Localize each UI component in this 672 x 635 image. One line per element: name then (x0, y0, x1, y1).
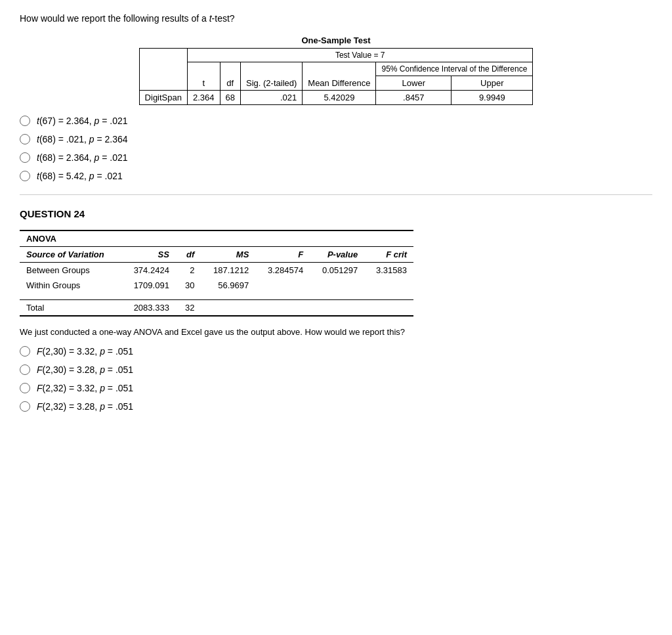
one-sample-test-section: One-Sample Test Test Value = 7 t df Sig.… (20, 35, 652, 105)
anova-col-ss: SS (121, 247, 176, 263)
section-divider (20, 194, 652, 195)
total-pvalue (310, 299, 364, 316)
q23-option-d-label: t(68) = 5.42, p = .021 (37, 171, 123, 181)
anova-col-fcrit: F crit (364, 247, 413, 263)
total-df: 32 (176, 299, 201, 316)
anova-title-cell: ANOVA (20, 230, 121, 247)
q23-options: t(67) = 2.364, p = .021 t(68) = .021, p … (20, 116, 652, 181)
q24-options: F(2,30) = 3.32, p = .051 F(2,30) = 3.28,… (20, 346, 652, 412)
upper-value: 9.9949 (452, 91, 533, 105)
anova-title-empty5 (310, 230, 364, 247)
q23-option-d[interactable]: t(68) = 5.42, p = .021 (20, 171, 652, 181)
between-label: Between Groups (20, 263, 121, 278)
between-pvalue: 0.051297 (310, 263, 364, 278)
col-ci-header: 95% Confidence Interval of the Differenc… (376, 62, 533, 76)
q23-option-b[interactable]: t(68) = .021, p = 2.364 (20, 134, 652, 144)
col-lower-header: Lower (376, 76, 452, 91)
q24-option-a[interactable]: F(2,30) = 3.32, p = .051 (20, 346, 652, 357)
within-f (255, 278, 310, 293)
q24-option-a-label: F(2,30) = 3.32, p = .051 (37, 346, 133, 357)
radio-q23c[interactable] (20, 152, 30, 163)
radio-q24b[interactable] (20, 364, 30, 375)
mean-diff-value: 5.42029 (303, 91, 376, 105)
q23-option-b-label: t(68) = .021, p = 2.364 (37, 134, 128, 144)
intro-text-after: -test? (212, 13, 235, 24)
between-f: 3.284574 (255, 263, 310, 278)
q23-option-c-label: t(68) = 2.364, p = .021 (37, 152, 128, 163)
radio-q23a[interactable] (20, 116, 30, 126)
q24-header: QUESTION 24 (20, 208, 652, 219)
anova-spacer-row (20, 293, 413, 299)
total-ss: 2083.333 (121, 299, 176, 316)
anova-col-ms: MS (201, 247, 255, 263)
intro-text-before: How would we report the following result… (20, 13, 209, 24)
col-sig-header: Sig. (2-tailed) (241, 62, 303, 91)
q23-option-a[interactable]: t(67) = 2.364, p = .021 (20, 116, 652, 126)
anova-title-empty2 (176, 230, 201, 247)
t-value: 2.364 (187, 91, 220, 105)
anova-spacer (20, 293, 413, 299)
anova-col-header-row: Source of Variation SS df MS F P-value F… (20, 247, 413, 263)
between-ms: 187.1212 (201, 263, 255, 278)
anova-within-row: Within Groups 1709.091 30 56.9697 (20, 278, 413, 293)
radio-q24a[interactable] (20, 346, 30, 357)
total-ms (201, 299, 255, 316)
anova-title-empty1 (121, 230, 176, 247)
within-ss: 1709.091 (121, 278, 176, 293)
anova-col-pvalue: P-value (310, 247, 364, 263)
anova-col-df: df (176, 247, 201, 263)
q23-option-c[interactable]: t(68) = 2.364, p = .021 (20, 152, 652, 163)
anova-total-row: Total 2083.333 32 (20, 299, 413, 316)
col-t-header: t (187, 62, 220, 91)
one-sample-test-table: Test Value = 7 t df Sig. (2-tailed) Mean… (139, 48, 534, 105)
table-test-value-row: Test Value = 7 (139, 49, 533, 62)
row-label: DigitSpan (139, 91, 187, 105)
question-24-section: QUESTION 24 ANOVA Source of Variation SS… (20, 208, 652, 412)
col-upper-header: Upper (452, 76, 533, 91)
total-fcrit (364, 299, 413, 316)
col-df-header: df (220, 62, 240, 91)
radio-q24c[interactable] (20, 383, 30, 393)
sig-value: .021 (241, 91, 303, 105)
anova-col-source: Source of Variation (20, 247, 121, 263)
q24-option-b[interactable]: F(2,30) = 3.28, p = .051 (20, 364, 652, 375)
q24-description: We just conducted a one-way ANOVA and Ex… (20, 327, 652, 337)
anova-col-f: F (255, 247, 310, 263)
df-value: 68 (220, 91, 240, 105)
question-intro: How would we report the following result… (20, 13, 652, 24)
within-label: Within Groups (20, 278, 121, 293)
test-value-label: Test Value = 7 (187, 49, 532, 62)
empty-top-left (139, 49, 187, 91)
anova-title-empty4 (255, 230, 310, 247)
within-pvalue (310, 278, 364, 293)
radio-q23b[interactable] (20, 134, 30, 144)
anova-title-empty6 (364, 230, 413, 247)
lower-value: .8457 (376, 91, 452, 105)
col-mean-diff-header: Mean Difference (303, 62, 376, 91)
anova-title-row: ANOVA (20, 230, 413, 247)
q24-option-b-label: F(2,30) = 3.28, p = .051 (37, 364, 133, 375)
within-fcrit (364, 278, 413, 293)
between-ss: 374.2424 (121, 263, 176, 278)
anova-table: ANOVA Source of Variation SS df MS F P-v… (20, 230, 413, 317)
anova-between-row: Between Groups 374.2424 2 187.1212 3.284… (20, 263, 413, 278)
one-sample-test-title: One-Sample Test (20, 35, 652, 45)
radio-q24d[interactable] (20, 401, 30, 412)
within-ms: 56.9697 (201, 278, 255, 293)
q23-option-a-label: t(67) = 2.364, p = .021 (37, 116, 128, 126)
q24-option-d[interactable]: F(2,32) = 3.28, p = .051 (20, 401, 652, 412)
total-label: Total (20, 299, 121, 316)
q24-option-d-label: F(2,32) = 3.28, p = .051 (37, 401, 133, 412)
within-df: 30 (176, 278, 201, 293)
between-fcrit: 3.31583 (364, 263, 413, 278)
total-f (255, 299, 310, 316)
q24-option-c[interactable]: F(2,32) = 3.32, p = .051 (20, 383, 652, 393)
between-df: 2 (176, 263, 201, 278)
table-data-row: DigitSpan 2.364 68 .021 5.42029 .8457 9.… (139, 91, 533, 105)
table-col-header-row: t df Sig. (2-tailed) Mean Difference 95%… (139, 62, 533, 76)
q24-option-c-label: F(2,32) = 3.32, p = .051 (37, 383, 133, 393)
radio-q23d[interactable] (20, 171, 30, 181)
anova-title-empty3 (201, 230, 255, 247)
